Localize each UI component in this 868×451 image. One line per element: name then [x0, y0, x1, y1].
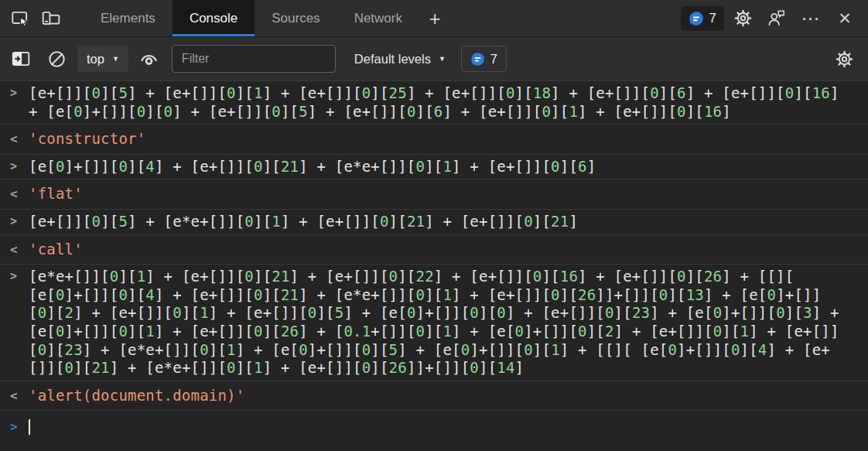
result-chevron-icon: < [10, 130, 29, 149]
message-text: [e*e+[]][0][1] + [e+[]][0][21] + [e+[]][… [29, 268, 868, 378]
context-selector[interactable]: top ▼ [77, 46, 128, 72]
devtools-window: ElementsConsoleSourcesNetwork + 7 ⋯ ✕ [0, 0, 868, 451]
console-command: >[e+[]][0][5] + [e*e+[]][0][1] + [e+[]][… [0, 210, 868, 235]
tab-console[interactable]: Console [173, 0, 255, 36]
issues-counter-button[interactable]: 7 [461, 46, 507, 72]
console-result: <'flat' [0, 179, 868, 210]
prompt-chevron-icon: > [10, 418, 29, 436]
result-chevron-icon: < [10, 185, 29, 203]
console-messages: >[e+[]][0][5] + [e+[]][0][1] + [e+[]][0]… [0, 81, 868, 411]
message-text: 'constructor' [29, 130, 868, 149]
default-levels-dropdown[interactable]: Default levels ▼ [347, 52, 453, 67]
issues-badge[interactable]: 7 [681, 6, 724, 31]
text-cursor [29, 419, 30, 435]
close-icon[interactable]: ✕ [829, 0, 860, 37]
message-text: [e+[]][0][5] + [e*e+[]][0][1] + [e+[]][0… [29, 213, 868, 231]
console-toolbar: top ▼ Default levels ▼ 7 [0, 37, 868, 81]
result-chevron-icon: < [10, 387, 29, 405]
filter-input[interactable] [172, 45, 336, 73]
console-log[interactable]: >[e+[]][0][5] + [e+[]][0][1] + [e+[]][0]… [0, 81, 868, 451]
console-command: >[e[0]+[]][0][4] + [e+[]][0][21] + [e*e+… [0, 155, 868, 180]
console-prompt[interactable]: > [0, 411, 868, 436]
device-emulation-icon[interactable] [36, 0, 67, 37]
result-chevron-icon: < [10, 241, 29, 259]
issues-count: 7 [490, 52, 497, 67]
settings-gear-icon[interactable] [727, 0, 758, 37]
clear-console-icon[interactable] [42, 44, 71, 73]
console-command: >[e*e+[]][0][1] + [e+[]][0][21] + [e+[]]… [0, 265, 868, 381]
message-text: 'flat' [29, 185, 868, 203]
command-chevron-icon: > [10, 158, 29, 176]
devtools-tab-bar: ElementsConsoleSourcesNetwork + 7 ⋯ ✕ [0, 0, 868, 37]
context-selector-label: top [87, 52, 104, 67]
inspect-element-icon[interactable] [5, 0, 36, 37]
console-settings-gear-icon[interactable] [829, 44, 859, 73]
tab-elements[interactable]: Elements [84, 0, 173, 36]
message-text: [e[0]+[]][0][4] + [e+[]][0][21] + [e*e+[… [29, 158, 868, 176]
eye-icon[interactable] [135, 44, 164, 73]
feedback-icon[interactable] [761, 0, 792, 37]
chevron-down-icon: ▼ [439, 55, 446, 63]
tab-strip: ElementsConsoleSourcesNetwork [84, 0, 419, 36]
tab-sources[interactable]: Sources [255, 0, 337, 36]
issues-bubble-icon [470, 52, 485, 67]
tab-bar-right-cluster: 7 ⋯ ✕ [681, 0, 868, 36]
console-command: >[e+[]][0][5] + [e+[]][0][1] + [e+[]][0]… [0, 81, 868, 125]
more-options-icon[interactable]: ⋯ [795, 0, 826, 37]
issues-bubble-icon [689, 11, 704, 26]
console-result: <'call' [0, 235, 868, 265]
add-tab-button[interactable]: + [419, 0, 450, 37]
default-levels-label: Default levels [354, 52, 431, 67]
message-text: 'alert(document.domain)' [29, 387, 868, 405]
chevron-down-icon: ▼ [112, 55, 119, 63]
console-result: <'alert(document.domain)' [0, 381, 868, 412]
console-result: <'constructor' [0, 125, 868, 155]
message-text: [e+[]][0][5] + [e+[]][0][1] + [e+[]][0][… [29, 84, 868, 121]
command-chevron-icon: > [10, 268, 29, 378]
console-sidebar-toggle-icon[interactable] [6, 44, 36, 73]
issues-count: 7 [709, 11, 716, 26]
message-text: 'call' [29, 241, 868, 259]
command-chevron-icon: > [10, 84, 29, 121]
command-chevron-icon: > [10, 213, 29, 231]
tab-network[interactable]: Network [337, 0, 419, 36]
